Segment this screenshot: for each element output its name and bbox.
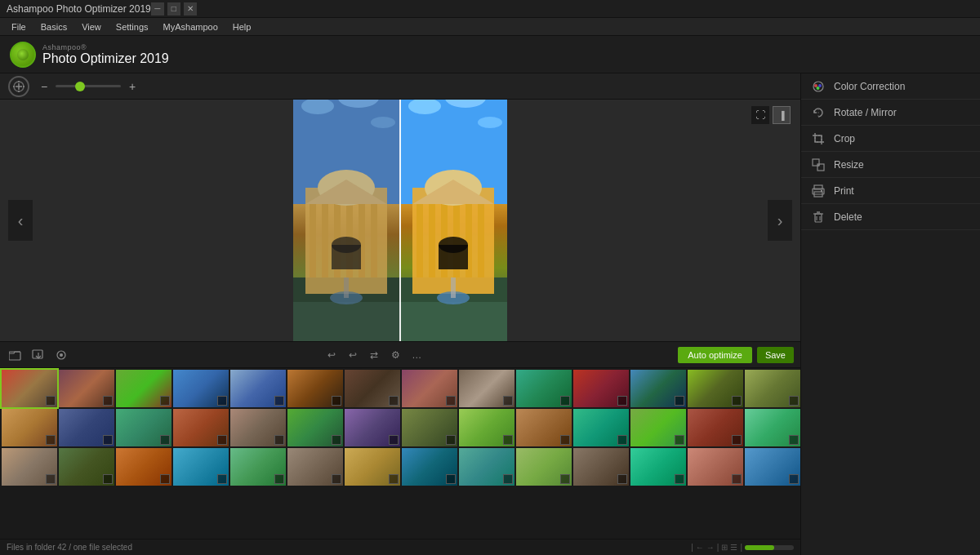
tools-icon[interactable] bbox=[52, 346, 70, 364]
thumbnail-1[interactable] bbox=[2, 370, 57, 407]
fullscreen-button[interactable]: ⛶ bbox=[751, 106, 769, 124]
zoom-slider[interactable] bbox=[56, 85, 121, 87]
list-view-icon[interactable]: ☰ bbox=[730, 543, 737, 552]
import-icon[interactable] bbox=[29, 346, 47, 364]
thumbnail-29[interactable] bbox=[2, 448, 57, 486]
thumbnail-19[interactable] bbox=[230, 409, 286, 446]
menu-file[interactable]: File bbox=[5, 20, 33, 33]
thumb-checkbox[interactable] bbox=[274, 474, 284, 484]
next-image-button[interactable]: › bbox=[768, 200, 792, 241]
thumbnail-13[interactable] bbox=[688, 370, 743, 407]
thumbnail-24[interactable] bbox=[516, 409, 572, 446]
thumb-checkbox[interactable] bbox=[732, 474, 742, 484]
thumbnail-27[interactable] bbox=[688, 409, 743, 446]
thumbnail-5[interactable] bbox=[230, 370, 286, 407]
zoom-minus-icon[interactable]: − bbox=[36, 78, 52, 95]
thumb-checkbox[interactable] bbox=[503, 396, 513, 406]
thumbnail-41[interactable] bbox=[688, 448, 743, 486]
thumbnail-37[interactable] bbox=[459, 448, 514, 486]
thumb-checkbox[interactable] bbox=[160, 435, 170, 445]
thumb-checkbox[interactable] bbox=[503, 474, 513, 484]
menu-help[interactable]: Help bbox=[226, 20, 258, 33]
thumbnail-26[interactable] bbox=[630, 409, 686, 446]
thumbnail-39[interactable] bbox=[573, 448, 629, 486]
thumbnail-2[interactable] bbox=[59, 370, 114, 407]
close-button[interactable]: ✕ bbox=[184, 2, 197, 16]
prev-image-button[interactable]: ‹ bbox=[8, 200, 33, 241]
thumb-checkbox[interactable] bbox=[446, 474, 456, 484]
thumbnail-15[interactable] bbox=[2, 409, 57, 446]
thumb-checkbox[interactable] bbox=[46, 474, 56, 484]
right-menu-rotate-mirror[interactable]: Rotate / Mirror bbox=[801, 100, 980, 126]
thumbnail-34[interactable] bbox=[287, 448, 343, 486]
thumbnail-9[interactable] bbox=[459, 370, 514, 407]
thumb-checkbox[interactable] bbox=[103, 435, 113, 445]
split-line[interactable] bbox=[399, 100, 401, 341]
thumbnail-8[interactable] bbox=[402, 370, 457, 407]
thumb-checkbox[interactable] bbox=[217, 435, 227, 445]
thumb-checkbox[interactable] bbox=[446, 435, 456, 445]
thumb-checkbox[interactable] bbox=[160, 474, 170, 484]
save-button[interactable]: Save bbox=[757, 347, 794, 363]
thumb-checkbox[interactable] bbox=[103, 396, 113, 406]
thumb-checkbox[interactable] bbox=[389, 474, 399, 484]
right-menu-delete[interactable]: Delete bbox=[801, 204, 980, 230]
thumbnail-17[interactable] bbox=[116, 409, 172, 446]
thumb-checkbox[interactable] bbox=[332, 474, 341, 484]
arrow-left-icon[interactable]: ← bbox=[696, 543, 704, 552]
thumb-checkbox[interactable] bbox=[103, 474, 113, 484]
thumb-checkbox[interactable] bbox=[389, 396, 399, 406]
thumbnail-4[interactable] bbox=[173, 370, 229, 407]
thumbnail-7[interactable] bbox=[345, 370, 400, 407]
thumb-checkbox[interactable] bbox=[560, 435, 570, 445]
undo-button[interactable]: ↩ bbox=[323, 346, 341, 364]
thumbnail-22[interactable] bbox=[402, 409, 457, 446]
thumbnail-31[interactable] bbox=[116, 448, 172, 486]
thumb-checkbox[interactable] bbox=[675, 396, 684, 406]
thumb-checkbox[interactable] bbox=[560, 474, 570, 484]
folder-open-icon[interactable] bbox=[7, 346, 24, 364]
zoom-bar[interactable] bbox=[745, 545, 794, 550]
compare-button[interactable]: ⇄ bbox=[365, 346, 383, 364]
thumbnail-16[interactable] bbox=[59, 409, 114, 446]
thumbnail-32[interactable] bbox=[173, 448, 229, 486]
thumb-checkbox[interactable] bbox=[732, 435, 742, 445]
thumbnail-14[interactable] bbox=[745, 370, 800, 407]
thumb-checkbox[interactable] bbox=[789, 396, 799, 406]
thumb-checkbox[interactable] bbox=[46, 435, 56, 445]
thumb-checkbox[interactable] bbox=[503, 435, 513, 445]
grid-view-icon[interactable]: ⊞ bbox=[721, 543, 728, 552]
thumb-checkbox[interactable] bbox=[274, 435, 284, 445]
thumbnail-42[interactable] bbox=[745, 448, 800, 486]
thumb-checkbox[interactable] bbox=[46, 396, 56, 406]
zoom-plus-icon[interactable]: + bbox=[124, 78, 140, 95]
thumb-checkbox[interactable] bbox=[332, 435, 341, 445]
thumbnail-21[interactable] bbox=[345, 409, 400, 446]
thumb-checkbox[interactable] bbox=[160, 396, 170, 406]
thumbnail-23[interactable] bbox=[459, 409, 514, 446]
thumb-checkbox[interactable] bbox=[446, 396, 456, 406]
thumbnail-20[interactable] bbox=[287, 409, 343, 446]
split-view-button[interactable]: ▐ bbox=[773, 106, 791, 124]
thumb-checkbox[interactable] bbox=[675, 435, 684, 445]
thumbnail-10[interactable] bbox=[516, 370, 572, 407]
undo2-button[interactable]: ↩ bbox=[344, 346, 362, 364]
thumbnail-35[interactable] bbox=[345, 448, 400, 486]
settings-button[interactable]: ⚙ bbox=[386, 346, 404, 364]
thumb-checkbox[interactable] bbox=[274, 396, 284, 406]
thumbnail-40[interactable] bbox=[630, 448, 686, 486]
thumbnail-6[interactable] bbox=[287, 370, 343, 407]
right-menu-crop[interactable]: Crop bbox=[801, 126, 980, 152]
thumb-checkbox[interactable] bbox=[617, 396, 627, 406]
menu-myashampoo[interactable]: MyAshampoo bbox=[157, 20, 225, 33]
thumbnail-30[interactable] bbox=[59, 448, 114, 486]
thumbnail-25[interactable] bbox=[573, 409, 629, 446]
thumb-checkbox[interactable] bbox=[217, 474, 227, 484]
thumbnail-38[interactable] bbox=[516, 448, 572, 486]
menu-settings[interactable]: Settings bbox=[109, 20, 155, 33]
thumbnail-11[interactable] bbox=[573, 370, 629, 407]
thumb-checkbox[interactable] bbox=[389, 435, 399, 445]
thumb-checkbox[interactable] bbox=[617, 474, 627, 484]
zoom-slider-thumb[interactable] bbox=[75, 82, 85, 91]
thumb-checkbox[interactable] bbox=[789, 435, 799, 445]
